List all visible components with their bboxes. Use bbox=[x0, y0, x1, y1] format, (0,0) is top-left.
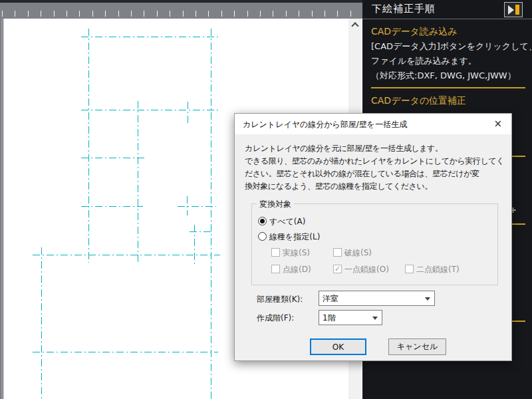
cad-line bbox=[187, 196, 188, 215]
checkbox-dash-double-dot-line[interactable] bbox=[405, 265, 414, 273]
section-body-line: （対応形式:DXF, DWG, JWC,JWW） bbox=[371, 70, 516, 82]
horizontal-ruler bbox=[0, 0, 362, 19]
close-icon[interactable]: × bbox=[493, 118, 502, 130]
cad-line bbox=[41, 247, 42, 399]
ruler-tick-marks bbox=[2, 11, 360, 17]
checkbox-dash-dot-line[interactable]: ✓ bbox=[333, 265, 342, 273]
cad-line bbox=[190, 231, 213, 232]
checkbox-dotted-line[interactable] bbox=[271, 265, 280, 273]
room-type-label: 部屋種類(K): bbox=[257, 294, 303, 305]
checkbox-dash-dot-line-label[interactable]: 一点鎖線(O) bbox=[344, 264, 389, 275]
description-line: ださい。壁芯とそれ以外の線が混在している場合は、壁芯だけが変 bbox=[245, 168, 504, 180]
checkbox-dotted-line-label[interactable]: 点線(D) bbox=[283, 264, 311, 275]
chevron-up-icon bbox=[351, 22, 358, 29]
dialog-description: カレントレイヤの線分を元に部屋/壁を一括生成します。 できる限り、壁芯のみが描か… bbox=[245, 142, 504, 193]
dialog-titlebar[interactable]: カレントレイヤの線分から部屋/壁を一括生成 × bbox=[235, 114, 511, 134]
section-divider bbox=[511, 223, 525, 225]
generate-rooms-dialog: カレントレイヤの線分から部屋/壁を一括生成 × カレントレイヤの線分を元に部屋/… bbox=[234, 113, 512, 361]
dialog-title: カレントレイヤの線分から部屋/壁を一括生成 bbox=[243, 119, 407, 130]
play-arrow-icon bbox=[508, 5, 514, 15]
cad-line bbox=[188, 102, 188, 124]
section-body-line: ファイルを読み込みます。 bbox=[371, 55, 477, 67]
chevron-down-icon bbox=[372, 317, 378, 320]
description-line: 換対象になるよう、壁芯の線種を指定してください。 bbox=[245, 180, 504, 193]
description-line: できる限り、壁芯のみが描かれたレイヤをカレントにしてから実行してく bbox=[245, 155, 504, 168]
ruler-top-bar bbox=[0, 0, 362, 3]
cad-line bbox=[88, 29, 89, 263]
ok-button[interactable]: OK bbox=[310, 338, 366, 355]
sidebar-header: 下絵補正手順 bbox=[362, 0, 532, 19]
cad-line bbox=[211, 29, 211, 399]
checkbox-dashed-line[interactable] bbox=[333, 248, 342, 257]
chevron-down-icon bbox=[425, 297, 430, 301]
section-divider bbox=[371, 87, 525, 88]
room-type-select[interactable]: 洋室 bbox=[319, 291, 435, 306]
description-line: カレントレイヤの線分を元に部屋/壁を一括生成します。 bbox=[245, 142, 504, 155]
cad-line bbox=[194, 225, 195, 264]
panel-collapse-button[interactable] bbox=[504, 2, 523, 17]
app-window: 下絵補正手順 CADデータ読み込み [CADデータ入力]ボタンをクリックして、 … bbox=[0, 0, 532, 399]
cad-line bbox=[81, 110, 218, 110]
yellow-bar-icon bbox=[515, 5, 519, 15]
cad-line bbox=[138, 101, 138, 264]
checkbox-dash-double-dot-line-label[interactable]: 二点鎖線(T) bbox=[416, 264, 460, 275]
section-body-line: [CADデータ入力]ボタンをクリックして、 bbox=[371, 41, 532, 53]
cancel-button[interactable]: キャンセル bbox=[388, 338, 446, 355]
cad-line bbox=[33, 255, 220, 255]
radio-all[interactable] bbox=[258, 217, 267, 225]
cad-line bbox=[81, 37, 218, 37]
cad-line bbox=[81, 206, 143, 207]
section-title-cad-position: CADデータの位置補正 bbox=[371, 95, 466, 107]
checkbox-solid-line-label[interactable]: 実線(S) bbox=[283, 247, 310, 259]
section-divider bbox=[511, 156, 525, 157]
cad-line bbox=[33, 352, 218, 352]
scroll-up-button[interactable] bbox=[348, 19, 361, 31]
radio-specify-linetype[interactable] bbox=[258, 232, 267, 241]
room-type-value: 洋室 bbox=[323, 294, 338, 303]
floor-label: 作成階(F): bbox=[257, 313, 294, 324]
radio-specify-linetype-label[interactable]: 線種を指定(L) bbox=[269, 231, 320, 243]
groupbox-label: 変換対象 bbox=[257, 199, 294, 210]
radio-all-label[interactable]: すべて(A) bbox=[269, 216, 305, 227]
section-title-cad-load: CADデータ読み込み bbox=[371, 26, 457, 38]
section-divider bbox=[511, 321, 525, 322]
checkbox-solid-line[interactable] bbox=[271, 248, 280, 257]
floor-value: 1階 bbox=[323, 313, 336, 323]
floor-select[interactable]: 1階 bbox=[319, 310, 382, 325]
sidebar-title: 下絵補正手順 bbox=[372, 3, 436, 15]
checkbox-dashed-line-label[interactable]: 破線(S) bbox=[344, 247, 372, 259]
